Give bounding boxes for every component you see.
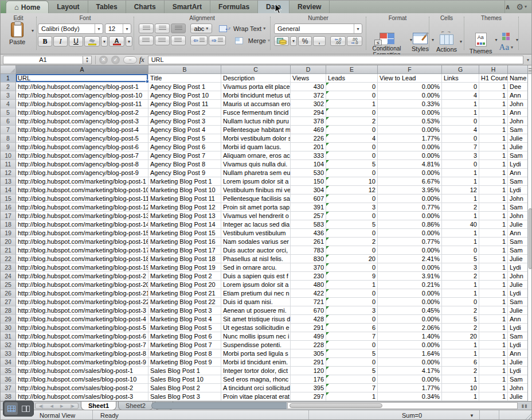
merge-button[interactable]: Merge ▾ [235, 37, 270, 44]
cell-I3[interactable]: Ann [508, 91, 528, 100]
cell-A37[interactable]: http://blog.hubspot.com/sales/blog-post-… [16, 384, 148, 392]
cell-H25[interactable]: 1 [479, 281, 508, 289]
column-header-H[interactable]: H [479, 65, 508, 74]
cell-C12[interactable]: Nullam pharetra sem eu [221, 169, 291, 177]
cell-A6[interactable]: http://blog.hubspot.com/agency/blog-post… [16, 117, 148, 126]
cell-F24[interactable]: 3.91% [378, 272, 442, 281]
cell-E19[interactable]: 0 [326, 229, 378, 238]
cell-D35[interactable]: 120 [291, 367, 326, 375]
tab-smartart[interactable]: SmartArt [165, 1, 210, 13]
cell-C7[interactable]: Pellentesque habitant m [221, 126, 291, 134]
cell-E22[interactable]: 20 [326, 255, 378, 263]
theme-colors-button[interactable]: ▾ Aa ▾ [499, 33, 514, 52]
cell-A34[interactable]: http://blog.hubspot.com/marketing/blog-p… [16, 358, 148, 367]
cell-F11[interactable]: 4.81% [378, 160, 442, 169]
cell-A13[interactable]: http://blog.hubspot.com/marketing/blog-p… [16, 177, 148, 186]
cell-F27[interactable]: 0.00% [378, 298, 442, 306]
cell-B26[interactable]: Marketing Blog Post 21 [148, 289, 221, 298]
cell-C24[interactable]: Duis a sapien quis est f [221, 272, 291, 281]
cell-F17[interactable]: 0.00% [378, 212, 442, 220]
cell-B16[interactable]: Marketing Blog Post 12 [148, 203, 221, 212]
cell-D7[interactable]: 469 [291, 126, 326, 134]
row-header-12[interactable]: 12 [1, 169, 16, 177]
row-header-2[interactable]: 2 [1, 83, 16, 91]
cell-G30[interactable]: 2 [442, 324, 479, 332]
cell-F36[interactable]: 0.00% [378, 375, 442, 384]
cell-H20[interactable]: 1 [479, 238, 508, 246]
row-header-16[interactable]: 16 [1, 203, 16, 212]
row-header-30[interactable]: 30 [1, 324, 16, 332]
cell-H9[interactable]: 1 [479, 143, 508, 151]
cell-G31[interactable]: 20 [442, 332, 479, 341]
cell-G25[interactable]: 1 [442, 281, 479, 289]
cell-E5[interactable]: 0 [326, 108, 378, 117]
tab-data[interactable]: Data [258, 1, 290, 13]
cell-D36[interactable]: 176 [291, 375, 326, 384]
cell-C18[interactable]: Integer ac lacus sed dia [221, 220, 291, 229]
row-header-32[interactable]: 32 [1, 341, 16, 349]
cell-C4[interactable]: Mauris ut accumsan ero [221, 100, 291, 108]
cell-E14[interactable]: 12 [326, 186, 378, 195]
insert-function-button[interactable]: − [123, 56, 137, 64]
cell-F34[interactable]: 0.00% [378, 358, 442, 367]
select-all-corner[interactable] [1, 65, 16, 74]
cell-D24[interactable]: 230 [291, 272, 326, 281]
cell-H32[interactable]: 1 [479, 341, 508, 349]
cell-A3[interactable]: http://blog.hubspot.com/agency/blog-post… [16, 91, 148, 100]
cell-I9[interactable]: Julie [508, 143, 528, 151]
cell-B5[interactable]: Agency Blog Post 2 [148, 108, 221, 117]
align-left-button[interactable] [139, 36, 154, 45]
cell-A19[interactable]: http://blog.hubspot.com/marketing/blog-p… [16, 229, 148, 238]
cell-A10[interactable]: http://blog.hubspot.com/agency/blog-post… [16, 151, 148, 160]
cell-C1[interactable]: Description [221, 74, 291, 83]
cell-H2[interactable]: 1 [479, 83, 508, 91]
cell-C35[interactable]: Integer tortor dolor, dict [221, 367, 291, 375]
cell-B1[interactable]: Title [148, 74, 221, 83]
cell-D5[interactable]: 294 [291, 108, 326, 117]
paste-button[interactable]: ▾ Paste [4, 22, 30, 45]
cell-I24[interactable]: John [508, 272, 528, 281]
row-header-27[interactable]: 27 [1, 298, 16, 306]
column-header-A[interactable]: A [16, 65, 148, 74]
row-header-36[interactable]: 36 [1, 375, 16, 384]
split-handle-icon[interactable] [528, 65, 532, 74]
row-header-29[interactable]: 29 [1, 315, 16, 324]
cell-E11[interactable]: 5 [326, 160, 378, 169]
cell-G19[interactable]: 1 [442, 229, 479, 238]
cell-F32[interactable]: 0.00% [378, 341, 442, 349]
cell-I32[interactable]: Lydi [508, 341, 528, 349]
sum-dropdown-icon[interactable]: ▼ [470, 413, 474, 418]
cell-H6[interactable]: 1 [479, 117, 508, 126]
align-right-button[interactable] [171, 36, 186, 45]
cell-E32[interactable]: 0 [326, 341, 378, 349]
cell-C13[interactable]: Lorem ipsum dolor sit a [221, 177, 291, 186]
cell-A23[interactable]: http://blog.hubspot.com/marketing/blog-p… [16, 263, 148, 272]
cell-G18[interactable]: 40 [442, 220, 479, 229]
collapse-ribbon-icon[interactable]: ∧ [505, 3, 511, 11]
cell-I27[interactable]: Sam [508, 298, 528, 306]
row-header-21[interactable]: 21 [1, 246, 16, 255]
cell-H24[interactable]: 1 [479, 272, 508, 281]
cell-A17[interactable]: http://blog.hubspot.com/marketing/blog-p… [16, 212, 148, 220]
tab-layout[interactable]: Layout [49, 1, 88, 13]
cell-H5[interactable]: 1 [479, 108, 508, 117]
cell-I10[interactable]: Sam [508, 151, 528, 160]
align-middle-button[interactable] [155, 24, 170, 33]
cell-F21[interactable]: 0.00% [378, 246, 442, 255]
cell-E35[interactable]: 5 [326, 367, 378, 375]
cell-A28[interactable]: http://blog.hubspot.com/marketing/blog-p… [16, 306, 148, 315]
text-orientation-button[interactable]: abc▾ [190, 24, 212, 33]
cell-B13[interactable]: Marketing Blog Post 1 [148, 177, 221, 186]
cell-I33[interactable]: Ann [508, 349, 528, 358]
cell-A16[interactable]: http://blog.hubspot.com/marketing/blog-p… [16, 203, 148, 212]
font-color-dropdown[interactable]: ▾ [126, 36, 132, 46]
cell-I28[interactable]: Julie [508, 306, 528, 315]
cell-H38[interactable]: 1 [479, 392, 508, 401]
cell-G4[interactable]: 1 [442, 100, 479, 108]
cell-C27[interactable]: Duis id quam nisi. [221, 298, 291, 306]
cell-C33[interactable]: Morbi porta sed ligula s [221, 349, 291, 358]
cell-B7[interactable]: Agency Blog Post 4 [148, 126, 221, 134]
cell-F12[interactable]: 0.00% [378, 169, 442, 177]
cell-A5[interactable]: http://blog.hubspot.com/agency/blog-post… [16, 108, 148, 117]
cell-B20[interactable]: Marketing Blog Post 16 [148, 238, 221, 246]
